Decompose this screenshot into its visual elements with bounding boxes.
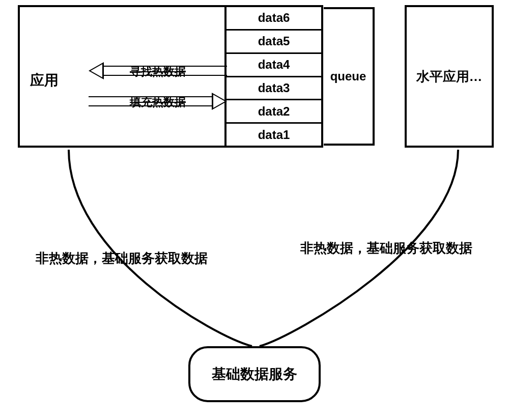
peer-app-label: 水平应用… — [416, 68, 483, 86]
queue-cell: data4 — [227, 52, 321, 76]
application-label: 应用 — [30, 71, 59, 90]
edge-label-right: 非热数据，基础服务获取数据 — [300, 239, 472, 257]
arrow-find-label: 寻找热数据 — [89, 64, 227, 79]
queue-cell: data5 — [227, 29, 321, 52]
queue-cell: data3 — [227, 76, 321, 99]
queue-cell: data1 — [227, 122, 321, 146]
queue-column: data1 data2 data3 data4 data5 data6 — [224, 7, 321, 146]
queue-label: queue — [324, 7, 375, 146]
queue-cell: data2 — [227, 99, 321, 122]
edge-label-left: 非热数据，基础服务获取数据 — [36, 249, 208, 267]
application-box: 应用 寻找热数据 填充热数据 data1 data2 data3 data4 d… — [18, 5, 323, 148]
queue-cell: data6 — [227, 7, 321, 29]
arrow-fill-hot: 填充热数据 — [89, 94, 227, 109]
arrow-fill-label: 填充热数据 — [89, 95, 227, 110]
arrow-find-hot: 寻找热数据 — [89, 63, 227, 78]
base-data-service-label: 基础数据服务 — [212, 365, 297, 384]
peer-app-box: 水平应用… — [405, 5, 494, 148]
base-data-service-box: 基础数据服务 — [188, 346, 321, 402]
